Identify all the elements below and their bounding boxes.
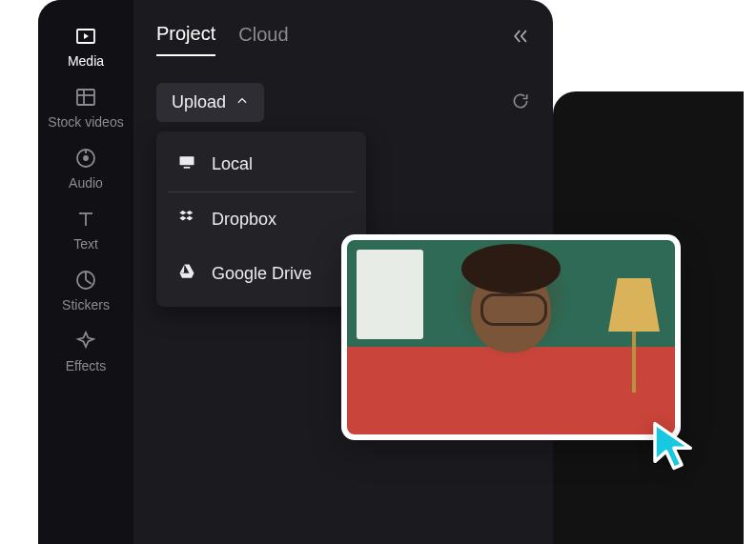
- upload-dropdown: Local Dropbox Google Drive: [156, 131, 366, 307]
- cursor-icon: [648, 419, 702, 473]
- collapse-panel-button[interactable]: [511, 27, 530, 50]
- chevron-up-icon: [235, 92, 249, 112]
- sidebar-item-effects[interactable]: Effects: [66, 330, 107, 373]
- svg-rect-13: [184, 167, 191, 169]
- sidebar-item-stickers[interactable]: Stickers: [62, 269, 110, 312]
- sidebar-item-text[interactable]: Text: [73, 208, 98, 252]
- dropbox-icon: [177, 208, 196, 232]
- video-thumbnail[interactable]: [341, 234, 681, 440]
- sidebar-item-audio[interactable]: Audio: [69, 147, 103, 191]
- sidebar-item-label: Stickers: [62, 297, 110, 312]
- upload-option-label: Google Drive: [212, 264, 312, 284]
- upload-button-label: Upload: [172, 92, 226, 112]
- refresh-button[interactable]: [511, 91, 530, 114]
- svg-rect-12: [180, 156, 194, 165]
- upload-option-label: Local: [212, 154, 253, 174]
- toolbar: Upload: [156, 83, 530, 122]
- sidebar: Media Stock videos Audio Text Stickers: [38, 0, 133, 544]
- thumbnail-person-decor: [471, 261, 551, 353]
- svg-point-5: [84, 156, 88, 160]
- thumbnail-lamp-decor: [608, 278, 660, 393]
- sidebar-item-stock-videos[interactable]: Stock videos: [48, 86, 123, 130]
- sidebar-item-label: Stock videos: [48, 114, 123, 130]
- effects-icon: [74, 330, 97, 353]
- sidebar-item-label: Audio: [69, 175, 103, 191]
- tab-cloud[interactable]: Cloud: [238, 24, 288, 55]
- audio-icon: [74, 147, 97, 170]
- google-drive-icon: [177, 262, 196, 286]
- sidebar-item-media[interactable]: Media: [68, 25, 104, 69]
- tabs: Project Cloud: [156, 23, 530, 56]
- chevron-double-left-icon: [511, 32, 530, 49]
- svg-line-11: [86, 280, 92, 284]
- svg-rect-1: [77, 90, 94, 105]
- thumbnail-image: [347, 240, 675, 434]
- local-icon: [177, 152, 196, 176]
- sidebar-item-label: Media: [68, 53, 104, 69]
- upload-option-local[interactable]: Local: [156, 137, 366, 191]
- sidebar-item-label: Effects: [66, 358, 107, 373]
- upload-option-dropbox[interactable]: Dropbox: [156, 192, 366, 247]
- tab-project[interactable]: Project: [156, 23, 215, 56]
- sidebar-item-label: Text: [73, 236, 98, 252]
- thumbnail-window-decor: [357, 250, 423, 339]
- upload-button[interactable]: Upload: [156, 83, 264, 122]
- stickers-icon: [74, 269, 97, 292]
- media-icon: [74, 25, 97, 48]
- upload-option-label: Dropbox: [212, 210, 276, 230]
- stock-videos-icon: [74, 86, 97, 109]
- upload-option-google-drive[interactable]: Google Drive: [156, 247, 366, 301]
- refresh-icon: [511, 97, 530, 113]
- text-icon: [74, 208, 97, 231]
